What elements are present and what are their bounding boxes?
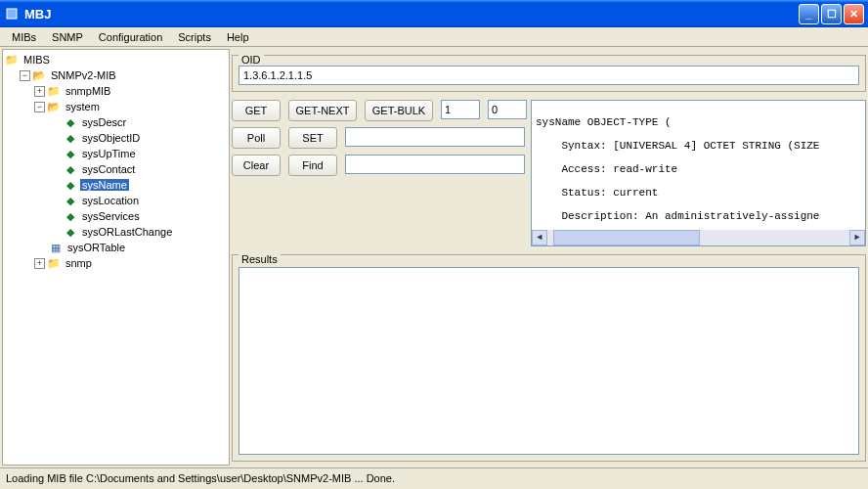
- tree-sysortable-node[interactable]: ▦ sysORTable: [5, 240, 227, 255]
- results-group: Results: [232, 254, 866, 462]
- close-button[interactable]: ✕: [844, 4, 864, 24]
- bulk-nonrep-input[interactable]: [441, 100, 480, 119]
- oid-group: OID: [232, 55, 866, 92]
- tree-leaf-sysdescr[interactable]: ◆ sysDescr: [5, 114, 227, 130]
- clear-button[interactable]: Clear: [232, 155, 281, 176]
- maximize-button[interactable]: ☐: [821, 4, 842, 24]
- find-button[interactable]: Find: [288, 155, 337, 176]
- tree-snmpmib-label: snmpMIB: [64, 85, 112, 97]
- scroll-left-arrow-icon[interactable]: ◄: [532, 230, 547, 245]
- bulk-maxrep-input[interactable]: [488, 100, 527, 119]
- detail-line: Description: An administratively-assigne: [536, 210, 861, 222]
- tree-leaf-syslocation[interactable]: ◆ sysLocation: [5, 193, 227, 208]
- tree-leaf-sysservices[interactable]: ◆ sysServices: [5, 208, 227, 224]
- horizontal-scrollbar[interactable]: ◄ ►: [532, 230, 865, 245]
- tree-leaf-sysorlastchange[interactable]: ◆ sysORLastChange: [5, 224, 227, 240]
- tree-leaf-sysname[interactable]: ◆ sysName: [5, 177, 227, 193]
- menu-snmp[interactable]: SNMP: [44, 29, 91, 45]
- set-value-input[interactable]: [345, 127, 525, 147]
- results-group-label: Results: [239, 253, 281, 265]
- getnext-button[interactable]: GET-NEXT: [288, 100, 357, 121]
- object-icon: ◆: [64, 147, 77, 160]
- menu-help[interactable]: Help: [219, 29, 257, 45]
- get-button[interactable]: GET: [232, 100, 281, 121]
- right-pane: OID GET GET-NEXT GET-BULK Poll SET: [232, 49, 866, 466]
- titlebar: MBJ _ ☐ ✕: [0, 0, 868, 27]
- collapse-icon[interactable]: −: [20, 70, 30, 81]
- folder-icon: 📁: [47, 256, 61, 270]
- object-detail-pane[interactable]: sysName OBJECT-TYPE ( Syntax: [UNIVERSAL…: [531, 100, 866, 246]
- main-area: 📁 MIBS − 📂 SNMPv2-MIB + 📁 snmpMIB − 📂 sy…: [0, 47, 868, 467]
- object-icon: ◆: [64, 225, 77, 239]
- collapse-icon[interactable]: −: [34, 102, 45, 112]
- menubar: MIBs SNMP Configuration Scripts Help: [0, 27, 868, 47]
- object-icon: ◆: [64, 178, 77, 192]
- controls-and-detail: GET GET-NEXT GET-BULK Poll SET Clear Fin…: [232, 100, 866, 246]
- results-textarea[interactable]: [239, 267, 859, 455]
- tree-snmp-node[interactable]: + 📁 snmp: [5, 255, 227, 271]
- tree-mib-label: SNMPv2-MIB: [49, 69, 118, 81]
- getbulk-button[interactable]: GET-BULK: [365, 100, 433, 121]
- mib-tree: 📁 MIBS − 📂 SNMPv2-MIB + 📁 snmpMIB − 📂 sy…: [3, 50, 229, 273]
- table-icon: ▦: [49, 241, 63, 254]
- tree-system-node[interactable]: − 📂 system: [5, 99, 227, 114]
- menu-scripts[interactable]: Scripts: [170, 29, 219, 45]
- oid-group-label: OID: [239, 54, 264, 66]
- mib-tree-pane[interactable]: 📁 MIBS − 📂 SNMPv2-MIB + 📁 snmpMIB − 📂 sy…: [2, 49, 230, 466]
- tree-root[interactable]: 📁 MIBS: [5, 52, 227, 67]
- folder-open-icon: 📂: [47, 100, 61, 113]
- object-icon: ◆: [64, 194, 77, 207]
- tree-mib-node[interactable]: − 📂 SNMPv2-MIB: [5, 67, 227, 83]
- tree-leaf-syscontact[interactable]: ◆ sysContact: [5, 161, 227, 177]
- window-controls: _ ☐ ✕: [799, 4, 864, 24]
- tree-root-label: MIBS: [22, 54, 52, 66]
- detail-line: Status: current: [536, 187, 861, 199]
- app-icon: [4, 6, 20, 22]
- expand-icon[interactable]: +: [34, 258, 45, 269]
- oid-input[interactable]: [239, 66, 859, 85]
- tree-leaf-sysobjectid[interactable]: ◆ sysObjectID: [5, 130, 227, 146]
- find-input[interactable]: [345, 155, 525, 174]
- set-button[interactable]: SET: [288, 127, 337, 149]
- object-icon: ◆: [64, 162, 77, 176]
- expand-icon[interactable]: +: [34, 86, 45, 97]
- minimize-button[interactable]: _: [799, 4, 819, 24]
- folder-icon: 📁: [5, 53, 19, 67]
- menu-configuration[interactable]: Configuration: [91, 29, 170, 45]
- tree-snmpmib-node[interactable]: + 📁 snmpMIB: [5, 83, 227, 99]
- detail-line: Syntax: [UNIVERSAL 4] OCTET STRING (SIZE: [536, 140, 861, 152]
- menu-mibs[interactable]: MIBs: [4, 29, 44, 45]
- operation-buttons: GET GET-NEXT GET-BULK Poll SET Clear Fin…: [232, 100, 525, 246]
- tree-leaf-sysuptime[interactable]: ◆ sysUpTime: [5, 146, 227, 161]
- statusbar: Loading MIB file C:\Documents and Settin…: [0, 467, 868, 487]
- status-text: Loading MIB file C:\Documents and Settin…: [6, 472, 395, 484]
- folder-icon: 📁: [47, 84, 61, 98]
- scroll-thumb[interactable]: [553, 230, 700, 245]
- window-title: MBJ: [24, 7, 799, 22]
- detail-line: sysName OBJECT-TYPE (: [536, 116, 861, 128]
- tree-system-label: system: [64, 101, 102, 112]
- folder-open-icon: 📂: [32, 68, 46, 82]
- scroll-right-arrow-icon[interactable]: ►: [849, 230, 865, 245]
- object-icon: ◆: [64, 115, 77, 129]
- svg-rect-0: [7, 9, 17, 19]
- poll-button[interactable]: Poll: [232, 127, 281, 149]
- object-icon: ◆: [64, 209, 77, 223]
- detail-line: Access: read-write: [536, 163, 861, 175]
- object-icon: ◆: [64, 131, 77, 145]
